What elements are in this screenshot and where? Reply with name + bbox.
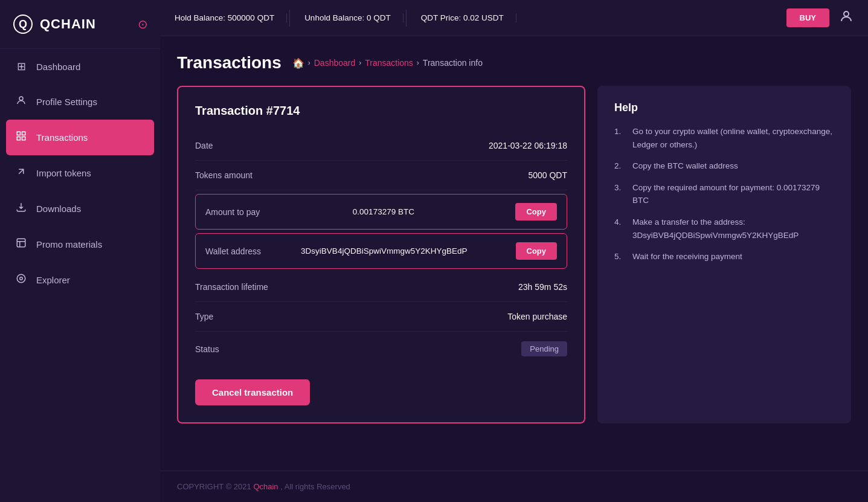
- tx-row-type: Type Token purchase: [195, 302, 567, 332]
- help-step-2: Copy the BTC wallet address: [614, 159, 834, 173]
- breadcrumb-sep-1: ›: [308, 59, 310, 67]
- breadcrumb: 🏠 › Dashboard › Transactions › Transacti…: [292, 57, 483, 69]
- brand-name: QCHAIN: [40, 16, 96, 32]
- sidebar-item-import-label: Import tokens: [36, 168, 91, 178]
- breadcrumb-current: Transaction info: [423, 58, 483, 68]
- promo-icon: [14, 237, 28, 251]
- sidebar-item-dashboard[interactable]: ⊞ Dashboard: [0, 49, 160, 84]
- tx-value-tokens: 5000 QDT: [528, 170, 567, 180]
- transaction-title: Transaction #7714: [195, 104, 567, 118]
- cancel-transaction-button[interactable]: Cancel transaction: [195, 379, 310, 405]
- sidebar-item-transactions[interactable]: Transactions: [6, 120, 154, 155]
- svg-rect-4: [22, 137, 25, 140]
- page-title: Transactions: [177, 53, 281, 72]
- svg-point-6: [17, 274, 25, 283]
- qdt-price: QDT Price: 0.02 USDT: [409, 13, 516, 22]
- tx-row-tokens: Tokens amount 5000 QDT: [195, 161, 567, 190]
- page-header: Transactions 🏠 › Dashboard › Transaction…: [177, 53, 851, 72]
- header-actions: BUY: [786, 8, 854, 27]
- logo-area: Q QCHAIN ⊙: [0, 0, 160, 49]
- unhold-balance: Unhold Balance: 0 QDT: [292, 13, 403, 22]
- help-list: Go to your crypto wallet (online wallet,…: [614, 125, 834, 263]
- header-bar: Hold Balance: 500000 QDT Unhold Balance:…: [160, 0, 868, 36]
- help-step-5: Wait for the receiving payment: [614, 250, 834, 263]
- footer-link[interactable]: Qchain: [253, 482, 278, 491]
- tx-label-amount: Amount to pay: [205, 207, 260, 217]
- help-title: Help: [614, 101, 834, 114]
- tx-label-type: Type: [195, 312, 213, 321]
- profile-icon: [14, 95, 28, 109]
- sidebar-item-import[interactable]: Import tokens: [0, 155, 160, 191]
- content-area: Transactions 🏠 › Dashboard › Transaction…: [160, 36, 868, 471]
- main-content-grid: Transaction #7714 Date 2021-03-22 06:19:…: [177, 86, 851, 423]
- breadcrumb-dashboard[interactable]: Dashboard: [314, 58, 356, 68]
- breadcrumb-sep-2: ›: [359, 59, 361, 67]
- tx-row-lifetime: Transaction lifetime 23h 59m 52s: [195, 272, 567, 302]
- sidebar-item-profile-label: Profile Settings: [36, 97, 97, 107]
- import-icon: [14, 166, 28, 180]
- divider-1: [289, 10, 290, 27]
- tx-label-lifetime: Transaction lifetime: [195, 282, 268, 292]
- tx-value-type: Token purchase: [507, 312, 567, 321]
- explorer-icon: [14, 273, 28, 287]
- breadcrumb-home-icon[interactable]: 🏠: [292, 57, 304, 69]
- tx-row-date: Date 2021-03-22 06:19:18: [195, 131, 567, 161]
- downloads-icon: [14, 202, 28, 216]
- svg-rect-5: [17, 239, 25, 247]
- copy-wallet-button[interactable]: Copy: [516, 242, 558, 260]
- tx-value-amount: 0.00173279 BTC: [353, 207, 414, 216]
- svg-point-7: [20, 277, 23, 280]
- tx-value-wallet: 3DsyiBVB4jQDBiSpwiVmmgw5Y2KHYgBEdP: [301, 246, 467, 256]
- svg-rect-1: [17, 132, 20, 135]
- tx-label-date: Date: [195, 141, 213, 150]
- sidebar: Q QCHAIN ⊙ ⊞ Dashboard Profile Settings …: [0, 0, 160, 502]
- footer-suffix: , All rights Reserved: [280, 482, 350, 491]
- divider-2: [406, 10, 407, 27]
- sidebar-item-dashboard-label: Dashboard: [36, 62, 80, 72]
- sidebar-item-promo[interactable]: Promo materials: [0, 227, 160, 262]
- help-panel: Help Go to your crypto wallet (online wa…: [597, 86, 851, 423]
- logo-q-letter: Q: [19, 19, 27, 30]
- tx-row-wallet: Wallet address 3DsyiBVB4jQDBiSpwiVmmgw5Y…: [195, 233, 567, 269]
- sidebar-item-promo-label: Promo materials: [36, 239, 102, 249]
- dashboard-icon: ⊞: [14, 60, 28, 73]
- copy-amount-button[interactable]: Copy: [515, 203, 557, 220]
- svg-rect-2: [22, 132, 25, 135]
- hold-balance: Hold Balance: 500000 QDT: [175, 13, 287, 22]
- svg-point-0: [19, 97, 23, 100]
- footer: COPYRIGHT © 2021 Qchain , All rights Res…: [160, 471, 868, 502]
- svg-point-8: [844, 11, 849, 16]
- svg-rect-3: [17, 137, 20, 140]
- user-icon[interactable]: [839, 9, 854, 27]
- breadcrumb-transactions[interactable]: Transactions: [365, 58, 413, 68]
- help-step-3: Copy the required amount for payment: 0.…: [614, 181, 834, 207]
- tx-row-amount: Amount to pay 0.00173279 BTC Copy: [195, 194, 567, 230]
- help-step-1: Go to your crypto wallet (online wallet,…: [614, 125, 834, 151]
- tx-row-status: Status Pending: [195, 332, 567, 366]
- sidebar-item-explorer-label: Explorer: [36, 275, 70, 285]
- transactions-icon: [14, 130, 28, 144]
- tx-label-status: Status: [195, 344, 219, 354]
- target-icon[interactable]: ⊙: [138, 17, 148, 31]
- help-step-4: Make a transfer to the address: 3DsyiBVB…: [614, 216, 834, 242]
- status-badge: Pending: [521, 341, 567, 356]
- buy-button[interactable]: BUY: [786, 8, 829, 27]
- transaction-card: Transaction #7714 Date 2021-03-22 06:19:…: [177, 86, 585, 423]
- sidebar-nav: ⊞ Dashboard Profile Settings Transaction…: [0, 49, 160, 298]
- tx-label-wallet: Wallet address: [205, 246, 261, 256]
- sidebar-item-transactions-label: Transactions: [36, 132, 88, 143]
- footer-text: COPYRIGHT © 2021: [177, 482, 251, 491]
- logo-icon: Q: [12, 13, 34, 35]
- sidebar-item-downloads[interactable]: Downloads: [0, 191, 160, 227]
- breadcrumb-sep-3: ›: [417, 59, 419, 67]
- tx-label-tokens: Tokens amount: [195, 170, 252, 180]
- main-area: Hold Balance: 500000 QDT Unhold Balance:…: [160, 0, 868, 502]
- sidebar-item-downloads-label: Downloads: [36, 204, 81, 214]
- sidebar-item-explorer[interactable]: Explorer: [0, 262, 160, 298]
- tx-value-lifetime: 23h 59m 52s: [518, 282, 567, 292]
- sidebar-item-profile[interactable]: Profile Settings: [0, 84, 160, 120]
- tx-value-date: 2021-03-22 06:19:18: [489, 141, 567, 150]
